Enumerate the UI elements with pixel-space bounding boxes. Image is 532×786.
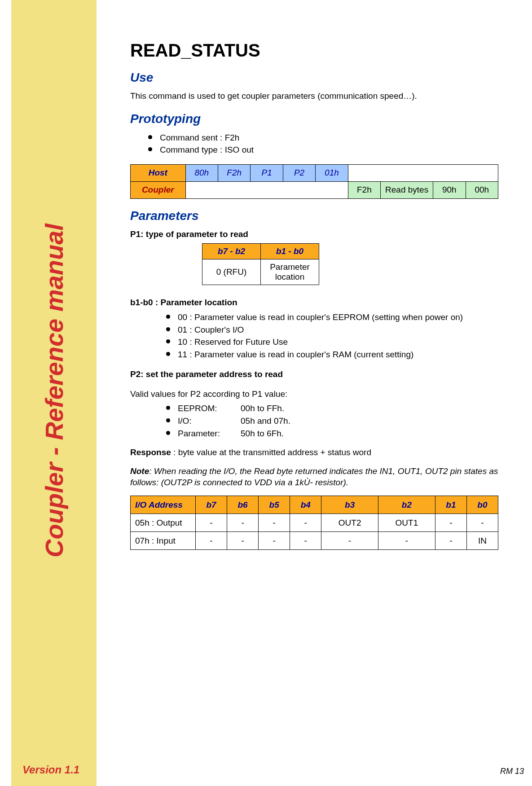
table-header: b5 — [259, 496, 290, 514]
table-row: 05h : Output - - - - OUT2 OUT1 - - — [131, 514, 498, 532]
sidebar: Coupler - Reference manual Version 1.1 — [11, 0, 97, 786]
list-item: 01 : Coupler's I/O — [166, 324, 512, 336]
section-prototyping-title: Prototyping — [130, 112, 512, 126]
table-header: b1 — [435, 496, 466, 514]
use-text: This command is used to get coupler para… — [130, 90, 512, 102]
table-header: b4 — [290, 496, 321, 514]
prototyping-table: Host 80h F2h P1 P2 01h Coupler F2h Read … — [130, 164, 498, 199]
table-header: I/O Address — [131, 496, 196, 514]
table-cell: 01h — [316, 164, 348, 181]
table-header: b1 - b0 — [261, 244, 319, 259]
note-label: Note — [130, 466, 149, 476]
table-header: b0 — [466, 496, 498, 514]
page-number: RM 13 — [500, 767, 524, 776]
table-cell: OUT2 — [321, 514, 378, 532]
p1-table: b7 - b2 b1 - b0 0 (RFU) Parameter locati… — [202, 243, 319, 285]
table-cell: OUT1 — [378, 514, 435, 532]
table-cell: P2 — [283, 164, 315, 181]
section-use-title: Use — [130, 70, 512, 85]
table-cell: 00h — [466, 181, 498, 198]
table-cell: F2h — [218, 164, 250, 181]
table-cell: - — [435, 514, 466, 532]
table-cell: 90h — [433, 181, 466, 198]
table-cell: - — [196, 532, 227, 550]
table-cell: IN — [466, 532, 498, 550]
table-cell: - — [290, 532, 321, 550]
table-cell: P1 — [251, 164, 283, 181]
table-cell: - — [435, 532, 466, 550]
list-item: Command type : ISO out — [148, 144, 512, 156]
table-cell: - — [321, 532, 378, 550]
table-cell: - — [290, 514, 321, 532]
table-header: b7 — [196, 496, 227, 514]
host-label: Host — [131, 164, 186, 181]
sidebar-title: Coupler - Reference manual — [40, 224, 69, 558]
table-cell: - — [227, 514, 259, 532]
note-block: Note: When reading the I/O, the Read byt… — [130, 465, 512, 488]
table-cell: 05h : Output — [131, 514, 196, 532]
table-row: 07h : Input - - - - - - - IN — [131, 532, 498, 550]
prototyping-bullets: Command sent : F2h Command type : ISO ou… — [130, 132, 512, 156]
table-cell: 07h : Input — [131, 532, 196, 550]
io-table: I/O Address b7 b6 b5 b4 b3 b2 b1 b0 05h … — [130, 496, 498, 550]
version-label: Version 1.1 — [22, 764, 79, 776]
table-cell: 80h — [185, 164, 218, 181]
b1b0-bullets: 00 : Parameter value is read in coupler'… — [130, 311, 512, 360]
p2-heading: P2: set the parameter address to read — [130, 369, 512, 380]
list-item: 10 : Reserved for Future Use — [166, 336, 512, 348]
list-item: I/O:05h and 07h. — [166, 415, 512, 427]
response-label: Response — [130, 448, 171, 457]
table-cell: - — [466, 514, 498, 532]
table-cell: F2h — [348, 181, 380, 198]
table-cell: - — [196, 514, 227, 532]
table-cell: Read bytes — [381, 181, 433, 198]
table-cell: Parameter location — [261, 259, 319, 285]
note-text: : When reading the I/O, the Read byte re… — [130, 466, 498, 487]
list-item: 00 : Parameter value is read in coupler'… — [166, 311, 512, 324]
list-item: Parameter:50h to 6Fh. — [166, 427, 512, 440]
table-header: b2 — [378, 496, 435, 514]
p2-intro: Valid values for P2 according to P1 valu… — [130, 388, 512, 400]
response-text: : byte value at the transmitted address … — [171, 448, 371, 457]
main-content: READ_STATUS Use This command is used to … — [130, 40, 512, 550]
coupler-label: Coupler — [131, 181, 186, 198]
table-cell: - — [378, 532, 435, 550]
p2-bullets: EEPROM:00h to FFh. I/O:05h and 07h. Para… — [130, 402, 512, 439]
list-item: 11 : Parameter value is read in coupler'… — [166, 348, 512, 361]
p1-heading: P1: type of parameter to read — [130, 228, 512, 240]
response-line: Response : byte value at the transmitted… — [130, 447, 512, 458]
table-cell-empty — [348, 164, 498, 181]
table-header: b3 — [321, 496, 378, 514]
b1b0-heading: b1-b0 : Parameter location — [130, 297, 512, 308]
table-cell: 0 (RFU) — [202, 259, 261, 285]
table-cell-empty — [185, 181, 348, 198]
page-title: READ_STATUS — [130, 40, 512, 61]
table-header: b7 - b2 — [202, 244, 261, 259]
table-header: b6 — [227, 496, 259, 514]
table-cell: - — [227, 532, 259, 550]
list-item: EEPROM:00h to FFh. — [166, 402, 512, 415]
table-cell: - — [259, 514, 290, 532]
section-parameters-title: Parameters — [130, 209, 512, 223]
list-item: Command sent : F2h — [148, 132, 512, 144]
table-cell: - — [259, 532, 290, 550]
